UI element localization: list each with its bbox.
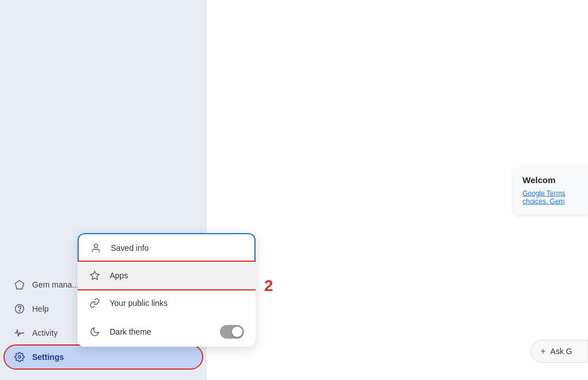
dropdown-item-saved-info[interactable]: Saved info xyxy=(78,233,256,262)
svg-point-2 xyxy=(20,311,20,311)
sidebar-item-help-label: Help xyxy=(32,304,49,313)
sidebar-item-gem-manager-label: Gem mana... xyxy=(32,280,79,289)
settings-dropdown-menu: Saved info Apps Your public links xyxy=(78,233,256,347)
welcome-link[interactable]: Google Terms choices. Gem xyxy=(523,189,579,205)
annotation-2: 2 xyxy=(264,277,273,295)
dropdown-item-public-links-label: Your public links xyxy=(110,298,168,308)
star-icon xyxy=(89,270,100,281)
person-icon xyxy=(90,242,102,254)
main-content: Welcom Google Terms choices. Gem + Ask G xyxy=(207,0,588,380)
dropdown-item-dark-theme[interactable]: Dark theme xyxy=(78,317,256,347)
sidebar-item-activity-label: Activity xyxy=(32,328,57,338)
link-icon xyxy=(89,297,100,309)
dropdown-item-dark-theme-label: Dark theme xyxy=(110,327,151,336)
svg-point-3 xyxy=(18,356,21,359)
help-icon xyxy=(14,303,25,315)
moon-icon xyxy=(89,326,100,338)
dropdown-item-saved-info-label: Saved info xyxy=(111,243,149,253)
dropdown-item-apps[interactable]: Apps xyxy=(78,262,256,289)
svg-marker-0 xyxy=(16,281,24,289)
sidebar-item-settings-label: Settings xyxy=(32,352,64,362)
welcome-title: Welcom xyxy=(523,175,579,185)
settings-icon xyxy=(14,351,25,363)
dropdown-item-public-links[interactable]: Your public links xyxy=(78,289,256,317)
gem-icon xyxy=(14,279,25,290)
svg-point-1 xyxy=(16,305,24,313)
ask-gemini-button[interactable]: + Ask G xyxy=(531,340,588,363)
plus-icon: + xyxy=(540,346,546,356)
page-wrapper: Gem mana... Help xyxy=(0,0,588,380)
welcome-card: Welcom Google Terms choices. Gem xyxy=(513,166,588,215)
dark-theme-toggle[interactable] xyxy=(220,325,244,339)
svg-point-4 xyxy=(94,244,98,247)
svg-marker-5 xyxy=(91,272,99,280)
dropdown-item-apps-label: Apps xyxy=(110,271,128,280)
sidebar-item-settings[interactable]: Settings xyxy=(5,346,202,369)
activity-icon xyxy=(14,327,25,339)
ask-button-label: Ask G xyxy=(550,347,572,356)
